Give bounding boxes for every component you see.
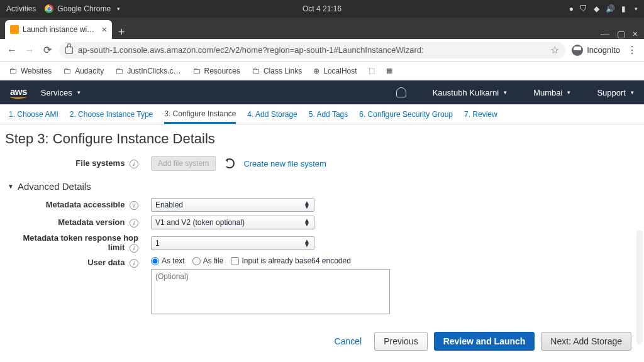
bookmark-link[interactable]: ▦ <box>386 67 392 75</box>
reload-button[interactable]: ⟳ <box>42 45 53 56</box>
wizard-step-1[interactable]: 1. Choose AMI <box>9 110 58 119</box>
wizard-step-3[interactable]: 3. Configure Instance <box>164 109 236 124</box>
address-bar[interactable]: ap-south-1.console.aws.amazon.com/ec2/v2… <box>59 42 565 58</box>
wifi-icon: ◆ <box>594 4 599 13</box>
battery-icon: ▮ <box>621 4 626 13</box>
browser-tab-strip: Launch instance wizard | × + — ▢ × <box>0 18 644 39</box>
support-menu[interactable]: Support▾ <box>597 88 634 97</box>
bookmark-folder[interactable]: 🗀Websites <box>9 66 52 75</box>
aws-header: aws Services▾ Kaustubh Kulkarni▾ Mumbai▾… <box>0 80 644 104</box>
folder-icon: 🗀 <box>192 66 201 75</box>
url-text: ap-south-1.console.aws.amazon.com/ec2/v2… <box>78 45 545 55</box>
bookmark-link[interactable]: ⊕LocalHost <box>313 67 357 75</box>
user-data-as-text-radio[interactable]: As text <box>151 256 185 265</box>
user-data-as-file-radio[interactable]: As file <box>192 256 224 265</box>
maximize-icon[interactable]: ▢ <box>617 29 625 39</box>
user-data-textarea[interactable] <box>151 269 390 314</box>
minimize-icon[interactable]: — <box>601 29 609 39</box>
lock-icon <box>65 47 73 54</box>
bookmark-star-icon[interactable]: ☆ <box>550 44 559 56</box>
bookmark-link[interactable]: ⬚ <box>369 67 375 75</box>
wizard-step-2[interactable]: 2. Choose Instance Type <box>70 110 153 119</box>
shield-icon: ⛉ <box>580 4 587 13</box>
folder-icon: 🗀 <box>9 66 17 75</box>
bookmarks-bar: 🗀Websites 🗀Audacity 🗀JustInClicks.c… 🗀Re… <box>0 62 644 80</box>
file-systems-label: File systems <box>75 158 125 168</box>
info-icon[interactable]: i <box>130 259 138 268</box>
desktop-top-bar: Activities Google Chrome▾ Oct 4 21:16 ● … <box>0 0 644 18</box>
bookmark-folder[interactable]: 🗀Resources <box>192 66 240 75</box>
chevron-down-icon: ▾ <box>117 6 120 12</box>
chevron-down-icon: ▾ <box>567 89 570 96</box>
close-window-icon[interactable]: × <box>633 29 638 39</box>
folder-icon: 🗀 <box>63 66 71 75</box>
clock[interactable]: Oct 4 21:16 <box>303 4 341 13</box>
page-title: Step 3: Configure Instance Details <box>5 131 636 147</box>
metadata-accessible-label: Metadata accessible <box>46 200 125 209</box>
add-file-system-button: Add file system <box>151 156 216 171</box>
bookmark-icon: ⊕ <box>313 67 319 75</box>
page-content: Step 3: Configure Instance Details File … <box>0 124 644 314</box>
wizard-steps: 1. Choose AMI 2. Choose Instance Type 3.… <box>0 104 644 124</box>
region-menu[interactable]: Mumbai▾ <box>533 88 570 97</box>
cancel-button[interactable]: Cancel <box>328 332 369 350</box>
chrome-menu-icon[interactable]: ⋮ <box>626 45 638 56</box>
services-menu[interactable]: Services▾ <box>41 88 80 97</box>
vertical-scrollbar[interactable] <box>636 230 643 344</box>
browser-tab[interactable]: Launch instance wizard | × <box>5 20 112 39</box>
back-button[interactable]: ← <box>6 45 18 56</box>
previous-button[interactable]: Previous <box>374 332 427 351</box>
hop-limit-label: Metadata token response hop limit <box>23 233 138 252</box>
bookmark-folder[interactable]: 🗀JustInClicks.c… <box>115 66 180 75</box>
active-app[interactable]: Google Chrome▾ <box>45 4 120 13</box>
activities-button[interactable]: Activities <box>6 4 36 13</box>
notifications-icon[interactable] <box>396 87 406 97</box>
chrome-icon <box>45 4 53 13</box>
volume-icon: 🔊 <box>606 4 615 13</box>
wizard-step-6[interactable]: 6. Configure Security Group <box>359 110 453 119</box>
info-icon[interactable]: i <box>130 201 138 210</box>
wizard-step-7[interactable]: 7. Review <box>464 110 497 119</box>
folder-icon: 🗀 <box>115 66 123 75</box>
metadata-accessible-select[interactable]: Enabled▲▼ <box>151 198 314 212</box>
favicon-icon <box>10 25 19 34</box>
chevron-down-icon: ▾ <box>504 89 507 96</box>
triangle-down-icon: ▼ <box>8 183 14 190</box>
wizard-footer: Cancel Previous Review and Launch Next: … <box>328 332 631 351</box>
new-tab-button[interactable]: + <box>112 26 131 39</box>
forward-button[interactable]: → <box>24 45 35 56</box>
review-and-launch-button[interactable]: Review and Launch <box>434 332 535 351</box>
chevron-down-icon: ▾ <box>77 89 80 96</box>
hop-limit-select[interactable]: 1▲▼ <box>151 236 314 250</box>
browser-toolbar: ← → ⟳ ap-south-1.console.aws.amazon.com/… <box>0 39 644 62</box>
close-tab-icon[interactable]: × <box>102 25 107 35</box>
bookmark-folder[interactable]: 🗀Class Links <box>252 66 302 75</box>
info-icon[interactable]: i <box>130 219 138 228</box>
aws-logo[interactable]: aws <box>10 87 27 99</box>
create-file-system-link[interactable]: Create new file system <box>243 159 326 168</box>
wizard-step-4[interactable]: 4. Add Storage <box>247 110 297 119</box>
user-data-label: User data <box>87 258 125 267</box>
chevron-down-icon[interactable]: ▾ <box>635 6 638 12</box>
incognito-icon <box>572 45 583 56</box>
info-icon[interactable]: i <box>130 244 138 253</box>
advanced-details-toggle[interactable]: ▼ Advanced Details <box>8 181 636 192</box>
chevron-down-icon: ▾ <box>631 89 634 96</box>
refresh-icon[interactable] <box>225 158 235 168</box>
next-add-storage-button[interactable]: Next: Add Storage <box>541 332 631 351</box>
incognito-indicator[interactable]: Incognito <box>572 45 620 56</box>
status-icon: ● <box>569 4 574 13</box>
wizard-step-5[interactable]: 5. Add Tags <box>309 110 348 119</box>
metadata-version-select[interactable]: V1 and V2 (token optional)▲▼ <box>151 216 314 229</box>
account-menu[interactable]: Kaustubh Kulkarni▾ <box>433 88 508 97</box>
metadata-version-label: Metadata version <box>58 217 125 227</box>
info-icon[interactable]: i <box>130 160 138 168</box>
bookmark-folder[interactable]: 🗀Audacity <box>63 66 104 75</box>
folder-icon: 🗀 <box>252 66 260 75</box>
tab-title: Launch instance wizard | <box>23 25 98 34</box>
user-data-base64-checkbox[interactable]: Input is already base64 encoded <box>231 256 350 265</box>
